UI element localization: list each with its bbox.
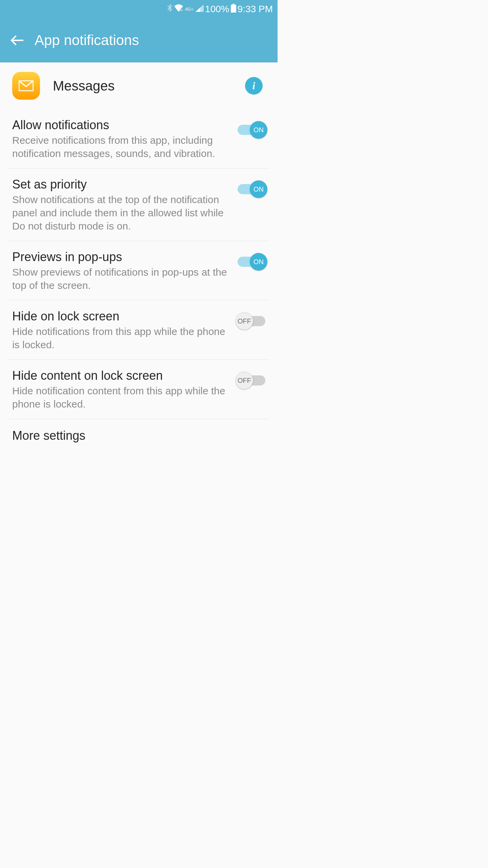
page-title: App notifications bbox=[35, 32, 139, 48]
app-name-label: Messages bbox=[53, 78, 245, 94]
info-icon: i bbox=[252, 80, 255, 92]
svg-rect-1 bbox=[232, 4, 235, 5]
setting-description: Hide notification content from this app … bbox=[12, 384, 233, 411]
app-header-row: Messages i bbox=[0, 62, 278, 109]
status-icons: 4G≡ 100% 9:33 PM bbox=[167, 4, 273, 15]
battery-icon bbox=[231, 4, 236, 15]
status-bar: 4G≡ 100% 9:33 PM bbox=[0, 0, 278, 18]
toggle-thumb: OFF bbox=[236, 312, 253, 330]
signal-icon bbox=[196, 4, 204, 14]
toggle-set-as-priority[interactable]: ON bbox=[238, 183, 265, 196]
more-settings-label: More settings bbox=[12, 429, 265, 443]
setting-description: Show notifications at the top of the not… bbox=[12, 193, 233, 233]
setting-title: Hide content on lock screen bbox=[12, 369, 233, 383]
setting-description: Show previews of notifications in pop-up… bbox=[12, 265, 233, 292]
setting-title: Hide on lock screen bbox=[12, 309, 233, 323]
toggle-previews-popups[interactable]: ON bbox=[238, 255, 265, 268]
setting-previews-popups[interactable]: Previews in pop-ups Show previews of not… bbox=[8, 241, 269, 300]
toggle-hide-content-lock-screen[interactable]: OFF bbox=[238, 374, 265, 387]
toggle-thumb: ON bbox=[250, 121, 267, 139]
toggle-thumb: ON bbox=[250, 253, 267, 271]
svg-rect-2 bbox=[231, 5, 236, 13]
messages-app-icon bbox=[12, 72, 40, 100]
app-info-button[interactable]: i bbox=[245, 77, 263, 95]
network-type-badge: 4G≡ bbox=[185, 6, 194, 12]
setting-hide-lock-screen[interactable]: Hide on lock screen Hide notifications f… bbox=[8, 300, 269, 360]
app-bar: App notifications bbox=[0, 18, 278, 62]
back-arrow-icon bbox=[11, 34, 23, 47]
clock: 9:33 PM bbox=[238, 4, 273, 15]
toggle-thumb: ON bbox=[250, 180, 267, 198]
settings-list: Allow notifications Receive notification… bbox=[0, 109, 278, 446]
setting-title: Allow notifications bbox=[12, 118, 233, 132]
svg-point-0 bbox=[180, 9, 183, 12]
toggle-hide-lock-screen[interactable]: OFF bbox=[238, 315, 265, 328]
toggle-thumb: OFF bbox=[236, 372, 253, 389]
setting-more-settings[interactable]: More settings bbox=[8, 419, 269, 446]
back-button[interactable] bbox=[10, 34, 24, 47]
battery-percent: 100% bbox=[205, 4, 229, 15]
setting-set-as-priority[interactable]: Set as priority Show notifications at th… bbox=[8, 169, 269, 241]
setting-title: Set as priority bbox=[12, 177, 233, 192]
setting-allow-notifications[interactable]: Allow notifications Receive notification… bbox=[8, 109, 269, 169]
setting-description: Hide notifications from this app while t… bbox=[12, 325, 233, 351]
setting-title: Previews in pop-ups bbox=[12, 250, 233, 264]
envelope-icon bbox=[19, 80, 34, 91]
bluetooth-icon bbox=[167, 4, 173, 15]
setting-hide-content-lock-screen[interactable]: Hide content on lock screen Hide notific… bbox=[8, 360, 269, 419]
toggle-allow-notifications[interactable]: ON bbox=[238, 123, 265, 136]
setting-description: Receive notifications from this app, inc… bbox=[12, 134, 233, 160]
wifi-icon bbox=[174, 4, 183, 14]
